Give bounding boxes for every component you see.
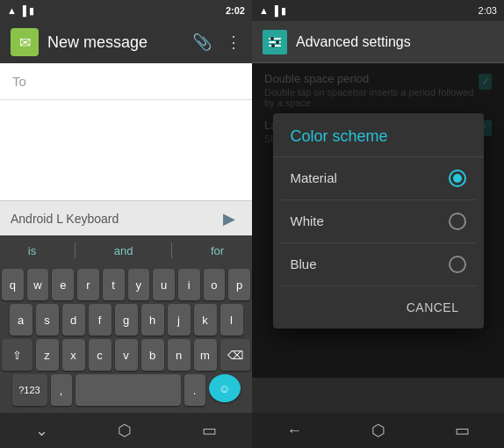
to-field[interactable]: To bbox=[0, 63, 252, 100]
key-row-asdf: a s d f g h j k l bbox=[2, 304, 250, 336]
right-home-icon[interactable]: ⬡ bbox=[371, 421, 385, 440]
option-blue[interactable]: Blue bbox=[273, 243, 484, 285]
shift-key[interactable]: ⇧ bbox=[2, 339, 32, 371]
radio-material bbox=[449, 170, 466, 187]
key-v[interactable]: v bbox=[115, 339, 138, 371]
right-nav-bar: ← ⬡ ▭ bbox=[252, 413, 504, 448]
home-nav-icon[interactable]: ⬡ bbox=[118, 421, 132, 440]
svg-point-3 bbox=[270, 37, 274, 40]
ime-label: Android L Keyboard bbox=[11, 212, 217, 226]
left-time: 2:02 bbox=[226, 5, 245, 16]
key-o[interactable]: o bbox=[204, 269, 226, 300]
send-button[interactable]: ▶ bbox=[217, 206, 241, 231]
settings-bar: Advanced settings bbox=[252, 21, 504, 63]
key-z[interactable]: z bbox=[36, 339, 59, 371]
key-b[interactable]: b bbox=[141, 339, 164, 371]
symbols-key[interactable]: ?123 bbox=[12, 374, 47, 406]
right-back-icon[interactable]: ← bbox=[286, 422, 302, 440]
option-blue-label: Blue bbox=[291, 257, 317, 271]
right-wifi-icon: ▲ bbox=[259, 5, 269, 16]
divider bbox=[75, 242, 76, 258]
right-recents-icon[interactable]: ▭ bbox=[455, 421, 470, 440]
key-row-bottom: ?123 , . ☺ bbox=[2, 374, 250, 406]
radio-blue bbox=[449, 256, 466, 273]
right-battery-icon: ▮ bbox=[281, 5, 286, 17]
key-f[interactable]: f bbox=[89, 304, 112, 336]
key-s[interactable]: s bbox=[36, 304, 59, 336]
suggestion-and[interactable]: and bbox=[104, 244, 144, 257]
comma-key[interactable]: , bbox=[51, 374, 72, 406]
key-t[interactable]: t bbox=[103, 269, 125, 300]
signal-icon: ▐ bbox=[19, 5, 26, 16]
key-row-qwerty: q w e r t y u i o p bbox=[2, 269, 250, 300]
option-material[interactable]: Material bbox=[273, 157, 484, 199]
key-q[interactable]: q bbox=[2, 269, 24, 300]
key-p[interactable]: p bbox=[228, 269, 250, 300]
key-g[interactable]: g bbox=[115, 304, 138, 336]
send-icon: ▶ bbox=[223, 209, 235, 228]
attach-icon[interactable]: 📎 bbox=[192, 33, 212, 52]
key-m[interactable]: m bbox=[194, 339, 217, 371]
key-y[interactable]: y bbox=[128, 269, 150, 300]
right-panel: ▲ ▐ ▮ 2:03 Advanced settings Doub bbox=[252, 0, 504, 448]
period-key[interactable]: . bbox=[184, 374, 205, 406]
emoji-key[interactable]: ☺ bbox=[209, 374, 241, 402]
radio-white bbox=[449, 213, 466, 230]
key-d[interactable]: d bbox=[62, 304, 85, 336]
status-bar-left: ▲ ▐ ▮ 2:02 bbox=[0, 0, 252, 21]
dialog-title: Color scheme bbox=[273, 113, 484, 157]
to-placeholder: To bbox=[12, 74, 26, 89]
dialog-overlay: Color scheme Material White Blue bbox=[252, 63, 504, 378]
recents-nav-icon[interactable]: ▭ bbox=[202, 421, 217, 440]
radio-material-dot bbox=[453, 174, 462, 183]
ime-bar: Android L Keyboard ▶ bbox=[0, 200, 252, 235]
right-status-icons: ▲ ▐ ▮ bbox=[259, 5, 286, 17]
wifi-icon: ▲ bbox=[7, 5, 17, 16]
option-white[interactable]: White bbox=[273, 200, 484, 242]
key-l[interactable]: l bbox=[220, 304, 243, 336]
svg-point-4 bbox=[276, 40, 279, 44]
option-material-label: Material bbox=[291, 170, 337, 185]
svg-point-5 bbox=[271, 44, 275, 47]
settings-content: Double space period Double tap on spaceb… bbox=[252, 63, 504, 413]
key-h[interactable]: h bbox=[141, 304, 164, 336]
status-bar-right: ▲ ▐ ▮ 2:03 bbox=[252, 0, 504, 21]
suggestion-for[interactable]: for bbox=[200, 244, 234, 257]
settings-icon-box bbox=[263, 30, 287, 54]
message-icon: ✉ bbox=[19, 34, 31, 51]
cancel-button[interactable]: Cancel bbox=[396, 293, 470, 322]
battery-icon: ▮ bbox=[29, 5, 34, 17]
key-c[interactable]: c bbox=[89, 339, 112, 371]
space-key[interactable] bbox=[76, 374, 181, 406]
option-white-label: White bbox=[291, 213, 324, 228]
left-status-icons: ▲ ▐ ▮ bbox=[7, 5, 34, 17]
key-k[interactable]: k bbox=[194, 304, 217, 336]
right-signal-icon: ▐ bbox=[271, 5, 278, 16]
app-icon: ✉ bbox=[11, 28, 39, 56]
overflow-icon[interactable]: ⋮ bbox=[226, 33, 241, 52]
divider2 bbox=[171, 242, 172, 258]
key-x[interactable]: x bbox=[62, 339, 85, 371]
key-w[interactable]: w bbox=[27, 269, 49, 300]
key-a[interactable]: a bbox=[10, 304, 32, 336]
settings-title: Advanced settings bbox=[296, 34, 411, 50]
key-i[interactable]: i bbox=[178, 269, 200, 300]
key-e[interactable]: e bbox=[52, 269, 74, 300]
keyboard: q w e r t y u i o p a s d f g h j k l ⇧ … bbox=[0, 265, 252, 413]
message-area[interactable] bbox=[0, 100, 252, 200]
back-nav-icon[interactable]: ⌄ bbox=[35, 421, 48, 440]
left-panel: ▲ ▐ ▮ 2:02 ✉ New message 📎 ⋮ To Android … bbox=[0, 0, 252, 448]
key-r[interactable]: r bbox=[77, 269, 99, 300]
left-nav-bar: ⌄ ⬡ ▭ bbox=[0, 413, 252, 448]
key-row-zxcv: ⇧ z x c v b n m ⌫ bbox=[2, 339, 250, 371]
suggestions-bar: is and for bbox=[0, 235, 252, 265]
dialog-actions: Cancel bbox=[273, 286, 484, 329]
backspace-key[interactable]: ⌫ bbox=[220, 339, 251, 371]
key-n[interactable]: n bbox=[168, 339, 191, 371]
app-bar-actions: 📎 ⋮ bbox=[192, 33, 241, 52]
app-title: New message bbox=[47, 33, 184, 52]
key-j[interactable]: j bbox=[168, 304, 191, 336]
key-u[interactable]: u bbox=[153, 269, 175, 300]
suggestion-is[interactable]: is bbox=[18, 244, 47, 257]
app-bar: ✉ New message 📎 ⋮ bbox=[0, 21, 252, 63]
